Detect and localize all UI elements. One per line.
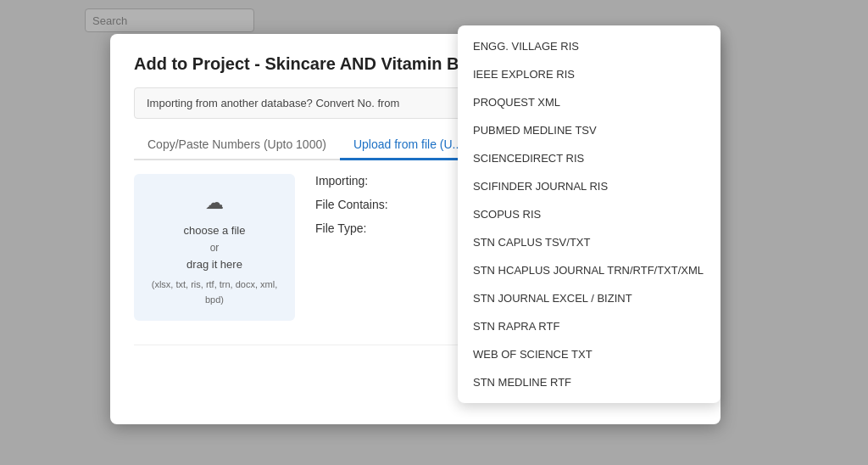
file-contains-label: File Contains: [315,198,400,211]
tab-copy-paste[interactable]: Copy/Paste Numbers (Upto 1000) [134,131,340,160]
or-label: or [210,240,220,256]
file-types-label: (xlsx, txt, ris, rtf, trn, docx, xml, bp… [147,277,281,307]
dropdown-item[interactable]: SCIENCEDIRECT RIS [458,144,721,172]
upload-drop-zone[interactable]: ☁ choose a file or drag it here (xlsx, t… [134,174,295,321]
importing-label: Importing: [315,174,400,188]
dropdown-item[interactable]: STN JOURNAL EXCEL / BIZINT [458,284,721,312]
dropdown-item[interactable]: ENGG. VILLAGE RIS [458,32,721,60]
drag-here-text: drag it here [186,256,242,274]
dropdown-item[interactable]: PUBMED MEDLINE TSV [458,116,721,144]
dropdown-item[interactable]: STN RAPRA RTF [458,312,721,340]
dropdown-item[interactable]: PROQUEST XML [458,88,721,116]
choose-file-text: choose a file [184,222,246,240]
upload-cloud-icon: ☁ [205,188,224,217]
dropdown-item[interactable]: SCIFINDER JOURNAL RIS [458,172,721,200]
dropdown-item[interactable]: STN MEDLINE RTF [458,368,721,396]
dropdown-item[interactable]: SCOPUS RIS [458,200,721,228]
dropdown-item[interactable]: STN CAPLUS TSV/TXT [458,228,721,256]
dropdown-item[interactable]: WEB OF SCIENCE TXT [458,340,721,368]
tab-upload-file[interactable]: Upload from file (U... [340,131,476,160]
file-type-label: File Type: [315,221,400,235]
dropdown-item[interactable]: IEEE EXPLORE RIS [458,60,721,88]
dropdown-item[interactable]: STN HCAPLUS JOURNAL TRN/RTF/TXT/XML [458,256,721,284]
file-type-dropdown: ENGG. VILLAGE RISIEEE EXPLORE RISPROQUES… [458,25,721,403]
